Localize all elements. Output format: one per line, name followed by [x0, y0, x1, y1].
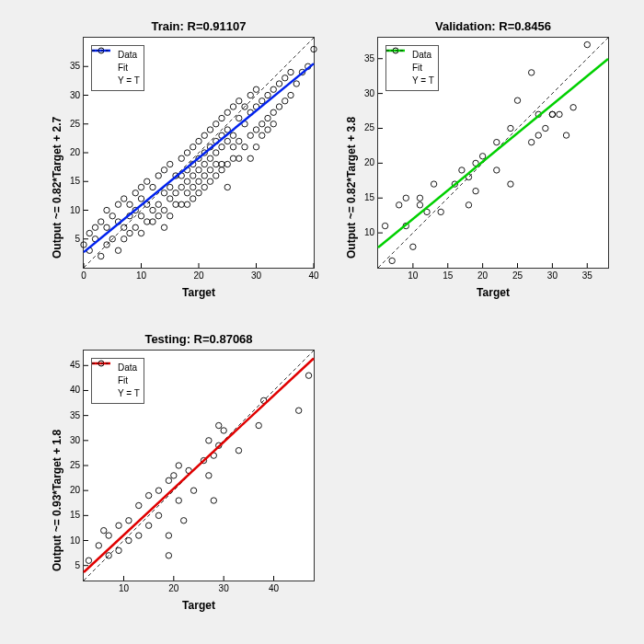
svg-point-117 [230, 155, 236, 161]
svg-point-40 [121, 224, 127, 230]
svg-point-185 [389, 258, 395, 263]
svg-text:10: 10 [364, 227, 375, 237]
svg-point-66 [167, 196, 173, 201]
svg-text:40: 40 [70, 385, 81, 395]
svg-point-143 [270, 86, 276, 92]
svg-point-149 [288, 92, 293, 98]
svg-point-114 [224, 161, 230, 167]
svg-text:25: 25 [70, 119, 81, 129]
svg-point-258 [136, 533, 142, 538]
svg-point-73 [178, 184, 184, 190]
legend-dash-icon [96, 389, 114, 398]
svg-point-190 [417, 195, 422, 201]
svg-point-95 [201, 132, 207, 138]
svg-text:10: 10 [408, 270, 419, 281]
svg-point-215 [563, 132, 569, 138]
svg-text:15: 15 [364, 192, 375, 202]
svg-point-57 [150, 184, 155, 190]
svg-point-207 [528, 70, 534, 75]
svg-point-34 [104, 207, 109, 213]
legend-testing: Data Fit Y = T [91, 358, 144, 404]
legend-data-label: Data [118, 362, 137, 374]
svg-text:30: 30 [547, 270, 558, 281]
svg-point-280 [221, 428, 226, 433]
svg-point-72 [173, 190, 178, 196]
svg-point-146 [276, 81, 282, 86]
svg-point-90 [196, 190, 201, 196]
svg-text:35: 35 [70, 410, 81, 420]
svg-point-267 [171, 473, 177, 478]
svg-point-49 [138, 230, 144, 236]
svg-point-186 [397, 202, 402, 208]
svg-point-89 [196, 138, 201, 144]
legend-fit-label: Fit [118, 374, 128, 387]
svg-text:15: 15 [443, 270, 454, 281]
plot-validation: Validation: R=0.8456 Target Output ~= 0.… [377, 37, 609, 269]
svg-point-67 [167, 184, 173, 190]
svg-point-118 [230, 132, 236, 138]
svg-text:40: 40 [308, 270, 319, 281]
svg-point-52 [138, 184, 144, 190]
svg-point-68 [167, 161, 173, 167]
svg-point-84 [190, 196, 196, 201]
xlabel-train: Target [84, 286, 314, 299]
svg-point-253 [106, 533, 111, 538]
legend-row-fit: Fit [390, 62, 434, 75]
svg-text:20: 20 [70, 485, 81, 495]
svg-point-25 [81, 242, 86, 247]
svg-point-55 [144, 178, 150, 184]
svg-point-203 [494, 139, 500, 144]
svg-point-148 [282, 75, 288, 81]
svg-point-51 [138, 196, 144, 201]
svg-point-285 [305, 373, 311, 378]
svg-text:20: 20 [477, 270, 489, 281]
svg-point-91 [196, 167, 201, 173]
svg-point-119 [230, 144, 236, 150]
svg-point-75 [178, 201, 184, 207]
svg-point-209 [535, 132, 541, 138]
svg-point-47 [132, 190, 138, 196]
legend-yt-label: Y = T [412, 75, 434, 87]
svg-line-155 [84, 63, 314, 252]
svg-point-139 [265, 115, 270, 121]
legend-row-yt: Y = T [96, 75, 140, 87]
svg-point-217 [584, 41, 590, 47]
svg-text:10: 10 [136, 270, 147, 281]
svg-text:45: 45 [70, 360, 81, 370]
svg-text:30: 30 [219, 583, 230, 593]
svg-point-77 [184, 190, 190, 196]
svg-point-85 [190, 144, 196, 150]
svg-point-261 [145, 492, 151, 498]
svg-point-124 [236, 98, 242, 104]
svg-point-58 [150, 219, 155, 224]
svg-point-30 [98, 253, 104, 259]
svg-point-202 [494, 167, 500, 173]
ylabel-testing: Output ~= 0.93*Target + 1.8 [51, 430, 63, 571]
svg-point-269 [176, 463, 181, 468]
svg-point-42 [121, 196, 127, 201]
svg-point-116 [224, 138, 230, 144]
svg-point-260 [145, 523, 151, 528]
legend-yt-label: Y = T [118, 75, 140, 87]
legend-line-icon [96, 63, 114, 73]
svg-point-256 [126, 537, 132, 543]
svg-point-63 [161, 190, 167, 196]
svg-point-87 [196, 178, 201, 184]
svg-point-135 [253, 86, 259, 92]
svg-point-206 [514, 98, 520, 103]
svg-text:10: 10 [70, 535, 81, 546]
svg-point-60 [155, 173, 161, 178]
svg-point-193 [431, 181, 436, 187]
svg-point-92 [201, 173, 207, 178]
svg-point-184 [382, 223, 387, 228]
svg-point-36 [109, 213, 115, 219]
svg-point-272 [190, 488, 196, 493]
svg-point-276 [211, 498, 216, 503]
svg-text:20: 20 [193, 270, 204, 281]
svg-point-26 [86, 230, 92, 236]
svg-point-264 [166, 553, 171, 558]
svg-point-204 [508, 181, 513, 187]
svg-point-154 [311, 46, 316, 52]
svg-text:15: 15 [70, 176, 81, 186]
xlabel-testing: Target [84, 599, 314, 612]
